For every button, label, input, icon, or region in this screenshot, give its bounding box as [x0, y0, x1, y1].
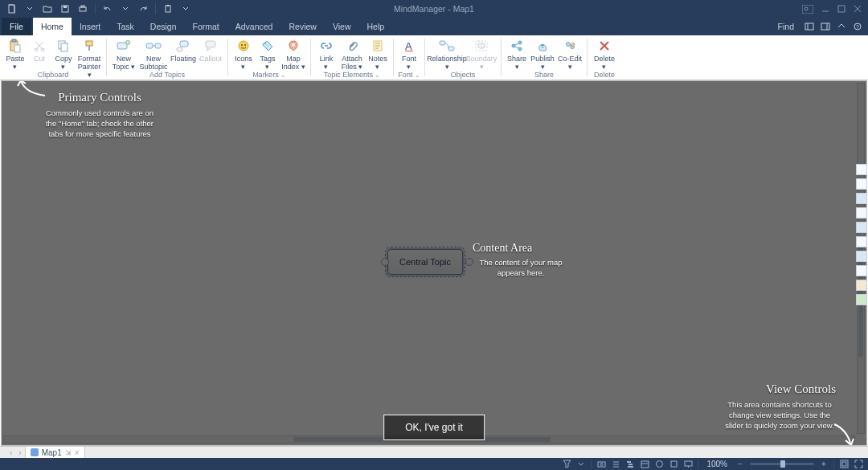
zoom-value[interactable]: 100%: [703, 460, 731, 468]
delete-button[interactable]: Delete ▾: [591, 37, 618, 71]
ribbon-group-share: Share ▾ Publish ▾ Co-Edit ▾ Share: [502, 35, 587, 80]
tab-design[interactable]: Design: [142, 18, 185, 35]
minimize-icon[interactable]: [821, 5, 829, 13]
filter-dropdown-icon[interactable]: [576, 460, 586, 469]
new-topic-button[interactable]: New Topic ▾: [110, 37, 137, 71]
floating-topic-button[interactable]: Floating: [170, 37, 197, 63]
tab-review[interactable]: Review: [280, 18, 324, 35]
panel-toggle-1-icon[interactable]: [804, 21, 815, 32]
tab-format[interactable]: Format: [184, 18, 227, 35]
tab-help[interactable]: Help: [358, 18, 392, 35]
panel-toggle-2-icon[interactable]: [820, 21, 831, 32]
tag-icon: [260, 39, 276, 53]
new-file-icon[interactable]: [5, 2, 19, 15]
close-icon[interactable]: [854, 5, 862, 13]
tab-file[interactable]: File: [2, 18, 31, 35]
publish-button[interactable]: Publish ▾: [529, 37, 556, 71]
zoom-slider[interactable]: [750, 463, 814, 465]
icons-button[interactable]: Icons ▾: [231, 37, 256, 71]
side-icon-6[interactable]: [856, 236, 867, 247]
zoom-slider-knob[interactable]: [780, 460, 785, 468]
map-canvas[interactable]: Central Topic Primary Controls Commonly …: [2, 81, 866, 445]
paste-button[interactable]: Paste ▾: [3, 37, 27, 71]
tab-advanced[interactable]: Advanced: [227, 18, 281, 35]
view-schedule-icon[interactable]: [640, 460, 649, 469]
new-subtopic-button[interactable]: New Subtopic: [137, 37, 170, 71]
paste-dropdown-icon[interactable]: [178, 2, 193, 15]
zoom-out-icon[interactable]: −: [735, 460, 745, 469]
fit-icon[interactable]: [839, 460, 849, 469]
tab-home[interactable]: Home: [33, 18, 72, 35]
format-painter-icon: [81, 39, 97, 53]
svg-rect-2: [63, 6, 67, 8]
side-icon-3[interactable]: [856, 193, 867, 204]
tour-ok-button[interactable]: OK, I've got it: [383, 415, 485, 440]
share-button[interactable]: Share ▾: [505, 37, 529, 71]
font-icon: A: [401, 39, 417, 53]
ribbon-group-markers: Icons ▾ Tags ▾ Map Index ▾ Markers: [228, 35, 310, 80]
emoji-icon: [235, 39, 252, 53]
tab-close-icon[interactable]: ×: [75, 448, 80, 457]
side-icon-2[interactable]: [856, 178, 867, 190]
coedit-button[interactable]: Co-Edit ▾: [556, 37, 583, 71]
view-icon-6[interactable]: [669, 460, 678, 469]
maximize-icon[interactable]: [837, 5, 845, 13]
copy-icon: [55, 39, 72, 53]
doctabs-prev-icon[interactable]: ‹: [6, 448, 15, 457]
redo-icon[interactable]: [136, 2, 150, 15]
print-icon[interactable]: [76, 2, 90, 15]
fullscreen-icon[interactable]: [854, 460, 863, 469]
open-file-icon[interactable]: [40, 2, 55, 15]
view-icon-5[interactable]: [654, 460, 664, 469]
callout-button[interactable]: Callout: [197, 37, 224, 63]
tab-view[interactable]: View: [325, 18, 359, 35]
boundary-button[interactable]: Boundary ▾: [465, 37, 497, 71]
svg-text:A: A: [405, 40, 412, 52]
attach-files-button[interactable]: Attach Files ▾: [338, 37, 366, 71]
side-icon-8[interactable]: [856, 265, 867, 276]
user-badge-icon[interactable]: [802, 5, 813, 14]
new-file-dropdown-icon[interactable]: [23, 2, 37, 15]
zoom-in-icon[interactable]: +: [819, 460, 829, 469]
copy-button[interactable]: Copy ▾: [51, 37, 76, 71]
side-icon-9[interactable]: [856, 280, 867, 291]
tour-primary-body: Commonly used controls are on the "Home"…: [43, 108, 156, 139]
undo-icon[interactable]: [100, 2, 115, 15]
side-icon-4[interactable]: [856, 207, 867, 219]
collapse-ribbon-icon[interactable]: [836, 21, 847, 32]
font-button[interactable]: A Font ▾: [397, 37, 421, 71]
undo-dropdown-icon[interactable]: [118, 2, 133, 15]
view-gantt-icon[interactable]: [625, 460, 635, 469]
svg-rect-23: [86, 41, 92, 46]
save-icon[interactable]: [58, 2, 72, 15]
pin-icon[interactable]: ⇲: [65, 448, 72, 456]
svg-rect-51: [627, 461, 631, 463]
svg-point-46: [518, 47, 522, 51]
side-icon-7[interactable]: [856, 251, 867, 262]
cut-button[interactable]: Cut: [27, 37, 51, 63]
svg-rect-30: [177, 47, 182, 51]
filter-icon[interactable]: [562, 460, 571, 469]
side-icon-5[interactable]: [856, 222, 867, 233]
paste-quick-icon[interactable]: [161, 2, 175, 15]
relationship-button[interactable]: Relationship ▾: [428, 37, 465, 71]
side-icon-1[interactable]: [856, 164, 867, 175]
svg-rect-22: [61, 43, 68, 51]
tab-insert[interactable]: Insert: [72, 18, 108, 35]
map-index-button[interactable]: Map Index ▾: [280, 37, 307, 71]
find-field[interactable]: Find: [773, 22, 799, 31]
link-button[interactable]: Link ▾: [314, 37, 338, 71]
side-icon-10[interactable]: [856, 294, 867, 305]
tab-task[interactable]: Task: [108, 18, 142, 35]
help-icon[interactable]: ?: [852, 21, 863, 32]
view-outline-icon[interactable]: [611, 460, 620, 469]
tags-button[interactable]: Tags ▾: [256, 37, 280, 71]
svg-rect-25: [117, 43, 127, 49]
view-map-icon[interactable]: [596, 460, 606, 469]
document-tab-map1[interactable]: Map1 ⇲ ×: [25, 446, 85, 458]
svg-point-8: [805, 7, 808, 10]
group-label-clipboard: Clipboard: [0, 71, 106, 80]
doctabs-next-icon[interactable]: ›: [15, 448, 24, 457]
view-presentation-icon[interactable]: [683, 460, 693, 469]
notes-button[interactable]: Notes ▾: [366, 37, 390, 71]
